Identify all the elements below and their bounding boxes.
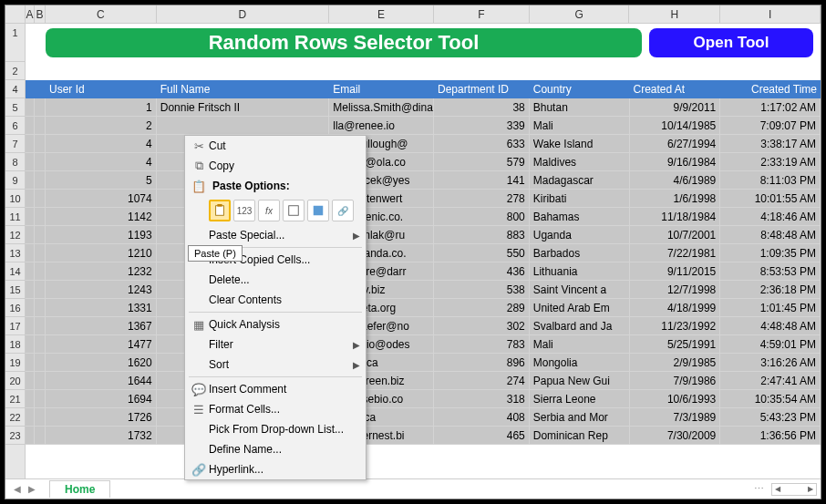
row-number[interactable]: 17 (5, 317, 25, 335)
row-number[interactable]: 23 (5, 427, 25, 445)
cell-country[interactable]: Bhutan (530, 98, 630, 117)
cell-userid[interactable]: 1620 (46, 354, 157, 372)
cell-country[interactable]: Mali (530, 117, 630, 135)
cell-country[interactable]: Mongolia (530, 354, 630, 372)
cell-time[interactable]: 8:48:48 AM (720, 226, 821, 244)
cell-time[interactable]: 8:53:53 PM (720, 262, 821, 281)
row-number[interactable]: 15 (5, 281, 25, 299)
cell-userid[interactable]: 1367 (46, 317, 157, 335)
cell-userid[interactable]: 4 (46, 135, 157, 153)
cell-date[interactable]: 6/27/1994 (630, 135, 721, 153)
cell-time[interactable]: 2:36:18 PM (720, 281, 821, 299)
cell-country[interactable]: Saint Vincent a (530, 281, 630, 299)
cell-country[interactable]: Madagascar (530, 171, 630, 190)
cell-dept[interactable]: 800 (434, 208, 530, 226)
cell-country[interactable]: Bahamas (530, 208, 630, 226)
row-number[interactable]: 18 (5, 335, 25, 354)
paste-option-paste[interactable] (209, 200, 231, 221)
col-header-c[interactable]: C (46, 5, 157, 23)
menu-cut[interactable]: ✂Cut (185, 136, 366, 156)
cell-country[interactable]: Svalbard and Ja (530, 317, 630, 335)
cell-userid[interactable]: 1 (46, 98, 157, 117)
cell-country[interactable]: Sierra Leone (530, 390, 630, 408)
row-number[interactable]: 7 (5, 135, 25, 153)
tab-more-icon[interactable]: ⋯ (754, 483, 764, 495)
row-number[interactable]: 1 (5, 24, 25, 62)
scroll-left-icon[interactable]: ◀ (773, 485, 782, 494)
cell-fullname[interactable] (157, 117, 330, 135)
cell-userid[interactable]: 4 (46, 153, 157, 171)
row-number[interactable]: 4 (5, 80, 25, 98)
cell-time[interactable]: 7:09:07 PM (720, 117, 821, 135)
cell-date[interactable]: 2/9/1985 (630, 354, 721, 372)
row-number[interactable]: 8 (5, 153, 25, 171)
paste-option-values[interactable]: 123 (233, 200, 255, 221)
grid-area[interactable]: Random Rows Selector Tool Open Tool User… (26, 24, 821, 478)
cell-country[interactable]: Lithuania (530, 262, 630, 281)
menu-sort[interactable]: Sort▶ (185, 355, 366, 375)
select-all-corner[interactable] (5, 5, 26, 23)
cell-date[interactable]: 5/25/1991 (630, 335, 721, 354)
cell-dept[interactable]: 278 (434, 190, 530, 208)
row-number[interactable]: 9 (5, 171, 25, 190)
table-row[interactable]: 1074nny_Altenwert278Kiribati1/6/199810:0… (26, 190, 821, 208)
menu-filter[interactable]: Filter▶ (185, 334, 366, 355)
cell-dept[interactable]: 436 (434, 262, 530, 281)
col-header-g[interactable]: G (530, 5, 630, 23)
menu-clear-contents[interactable]: Clear Contents (185, 290, 366, 310)
col-header-i[interactable]: I (720, 5, 821, 23)
cell-dept[interactable]: 141 (434, 171, 530, 190)
cell-country[interactable]: Wake Island (530, 135, 630, 153)
table-row[interactable]: 2lla@renee.io339Mali10/14/19857:09:07 PM (26, 117, 821, 135)
cell-userid[interactable]: 1210 (46, 244, 157, 262)
tab-nav-prev[interactable]: ◀ (11, 483, 24, 496)
table-row[interactable]: 4_Ebert@ola.co579Maldives9/16/19842:33:1… (26, 153, 821, 171)
row-number[interactable]: 13 (5, 244, 25, 262)
cell-time[interactable]: 8:11:03 PM (720, 171, 821, 190)
table-row[interactable]: 4_McCullough@633Wake Island6/27/19943:38… (26, 135, 821, 153)
cell-time[interactable]: 2:47:41 AM (720, 372, 821, 390)
paste-option-formatting[interactable] (307, 200, 329, 221)
menu-delete[interactable]: Delete... (185, 270, 366, 290)
cell-date[interactable]: 10/7/2001 (630, 226, 721, 244)
cell-userid[interactable]: 1477 (46, 335, 157, 354)
cell-time[interactable]: 1:01:45 PM (720, 299, 821, 317)
row-number[interactable]: 6 (5, 117, 25, 135)
cell-date[interactable]: 4/18/1999 (630, 299, 721, 317)
cell-country[interactable]: United Arab Em (530, 299, 630, 317)
cell-dept[interactable]: 550 (434, 244, 530, 262)
cell-country[interactable]: Kiribati (530, 190, 630, 208)
table-row[interactable]: 1477_Maggio@odes783Mali5/25/19914:59:01 … (26, 335, 821, 354)
scroll-right-icon[interactable]: ▶ (806, 485, 815, 494)
paste-option-formulas[interactable]: fx (258, 200, 280, 221)
row-number[interactable]: 11 (5, 208, 25, 226)
cell-date[interactable]: 9/11/2015 (630, 262, 721, 281)
cell-country[interactable]: Uganda (530, 226, 630, 244)
cell-date[interactable]: 1/6/1998 (630, 190, 721, 208)
menu-define-name[interactable]: Define Name... (185, 439, 366, 459)
cell-time[interactable]: 1:09:35 PM (720, 244, 821, 262)
table-row[interactable]: 1142@domenic.co.800Bahamas11/18/19844:18… (26, 208, 821, 226)
tab-nav-next[interactable]: ▶ (26, 483, 38, 496)
cell-dept[interactable]: 408 (434, 408, 530, 427)
cell-dept[interactable]: 883 (434, 226, 530, 244)
cell-email[interactable]: Melissa.Smith@dina (329, 98, 434, 117)
menu-format-cells[interactable]: ☰Format Cells... (185, 399, 366, 419)
col-header-e[interactable]: E (329, 5, 434, 23)
table-row[interactable]: 1210d@yolanda.co.550Barbados7/22/19811:0… (26, 244, 821, 262)
cell-userid[interactable]: 1232 (46, 262, 157, 281)
cell-time[interactable]: 3:38:17 AM (720, 135, 821, 153)
row-number[interactable]: 14 (5, 262, 25, 281)
cell-time[interactable]: 10:01:55 AM (720, 190, 821, 208)
col-header-h[interactable]: H (629, 5, 720, 23)
row-number[interactable]: 19 (5, 354, 25, 372)
row-number[interactable]: 16 (5, 299, 25, 317)
row-number[interactable]: 20 (5, 372, 25, 390)
table-row[interactable]: 1Donnie Fritsch IIMelissa.Smith@dina38Bh… (26, 98, 821, 117)
row-number[interactable]: 12 (5, 226, 25, 244)
table-row[interactable]: 1732que@ernest.bi465Dominican Rep7/30/20… (26, 427, 821, 445)
menu-hyperlink[interactable]: 🔗Hyperlink... (185, 459, 366, 479)
menu-quick-analysis[interactable]: ▦Quick Analysis (185, 314, 366, 334)
col-header-b[interactable]: B (35, 5, 46, 23)
cell-dept[interactable]: 783 (434, 335, 530, 354)
